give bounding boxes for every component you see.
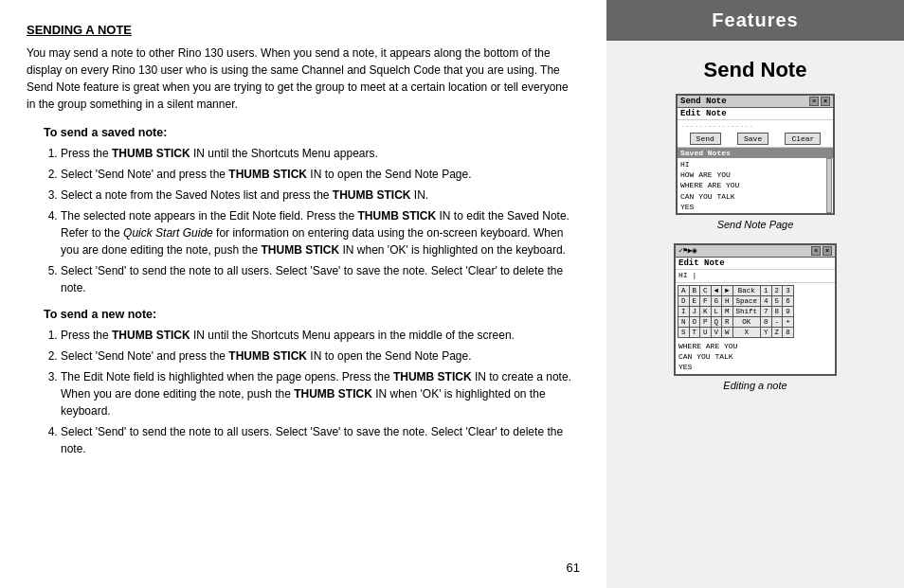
subsection2-list: Press the THUMB STICK IN until the Short… <box>61 327 580 457</box>
key-l[interactable]: L <box>711 306 722 316</box>
features-header: Features <box>606 0 904 41</box>
key-5[interactable]: 5 <box>771 295 783 306</box>
send-note-device: Send Note ≡ × Edit Note ----------------… <box>676 94 835 215</box>
list-item: Select 'Send' to send the note to all us… <box>61 423 580 457</box>
key-i[interactable]: I <box>678 306 690 316</box>
key-g[interactable]: G <box>711 295 722 306</box>
key-2[interactable]: 2 <box>771 285 783 295</box>
edit-note-label: Edit Note <box>678 108 833 120</box>
editing-note-device: ✓⚑▶◉ ≡ × Edit Note HI | A B C ◄ ► Back 1… <box>674 243 837 376</box>
key-r[interactable]: R <box>722 316 733 327</box>
key-a[interactable]: A <box>678 285 690 295</box>
scrollbar[interactable] <box>826 158 832 213</box>
keyboard-note-item: WHERE ARE YOU <box>678 341 832 351</box>
right-panel: Features Send Note Send Note ≡ × Edit No… <box>606 0 904 588</box>
key-p[interactable]: P <box>700 316 712 327</box>
keyboard-saved-notes: WHERE ARE YOU CAN YOU TALK YES <box>676 340 835 374</box>
edit-note-content: HI | <box>678 271 696 279</box>
key-d[interactable]: D <box>678 295 690 306</box>
key-n[interactable]: N <box>678 316 690 327</box>
page-number: 61 <box>567 561 580 575</box>
key-k[interactable]: K <box>700 306 712 316</box>
list-item: Select 'Send Note' and press the THUMB S… <box>61 166 580 183</box>
intro-text: You may send a note to other Rino 130 us… <box>27 45 580 113</box>
list-item: Press the THUMB STICK IN until the Short… <box>61 327 580 344</box>
saved-notes-label: Saved Notes <box>678 148 833 158</box>
key-ok[interactable]: OK <box>732 316 761 327</box>
key-w[interactable]: W <box>722 327 733 337</box>
note-item: HI <box>680 159 830 169</box>
subsection2-title: To send a new note: <box>44 308 580 321</box>
key-9[interactable]: 9 <box>783 306 794 316</box>
editing-note-titlebar: ✓⚑▶◉ ≡ × <box>676 245 835 258</box>
key-h[interactable]: H <box>722 295 733 306</box>
key-6[interactable]: 6 <box>783 295 794 306</box>
subsection1-list: Press the THUMB STICK IN until the Short… <box>61 145 580 296</box>
key-0[interactable]: 0 <box>761 316 772 327</box>
key-q[interactable]: Q <box>711 316 722 327</box>
key-b[interactable]: B <box>689 285 700 295</box>
keyboard-table: A B C ◄ ► Back 1 2 3 D E F G H Space 4 5… <box>678 285 794 338</box>
key-v[interactable]: V <box>711 327 722 337</box>
key-plus[interactable]: + <box>783 316 794 327</box>
close-icon: × <box>821 97 830 106</box>
key-z[interactable]: Z <box>771 327 783 337</box>
key-e[interactable]: E <box>689 295 700 306</box>
key-u[interactable]: U <box>700 327 712 337</box>
menu-icon2: ≡ <box>811 246 821 256</box>
key-t[interactable]: T <box>689 327 700 337</box>
key-back[interactable]: Back <box>732 285 761 295</box>
send-note-page-caption: Send Note Page <box>717 219 794 230</box>
key-s[interactable]: S <box>678 327 690 337</box>
save-button[interactable]: Save <box>737 133 768 145</box>
divider-text: ---------------- <box>678 120 833 131</box>
key-m[interactable]: M <box>722 306 733 316</box>
key-y[interactable]: Y <box>761 327 772 337</box>
list-item: The Edit Note field is highlighted when … <box>61 368 580 419</box>
menu-icon: ≡ <box>809 97 819 106</box>
device-buttons-row: Send Save Clear <box>678 131 833 148</box>
clear-button[interactable]: Clear <box>785 133 821 145</box>
key-shift[interactable]: Shift <box>732 306 761 316</box>
key-minus[interactable]: - <box>771 316 783 327</box>
list-item: Select a note from the Saved Notes list … <box>61 187 580 204</box>
titlebar-icons2: ≡ × <box>811 246 832 256</box>
key-o[interactable]: O <box>689 316 700 327</box>
editing-note-caption: Editing a note <box>723 380 786 391</box>
key-8[interactable]: 8 <box>771 306 783 316</box>
subsection1-title: To send a saved note: <box>44 126 580 139</box>
send-note-titlebar-label: Send Note <box>680 97 727 106</box>
section-title: SENDING A NOTE <box>27 23 580 37</box>
key-7[interactable]: 7 <box>761 306 772 316</box>
list-item: Select 'Send' to send the note to all us… <box>61 262 580 296</box>
key-c[interactable]: C <box>700 285 712 295</box>
list-item: The selected note appears in the Edit No… <box>61 207 580 258</box>
left-content-wrapper: SENDING A NOTE You may send a note to ot… <box>0 0 606 588</box>
key-left[interactable]: ◄ <box>711 285 722 295</box>
key-3[interactable]: 3 <box>783 285 794 295</box>
send-note-title: Send Note <box>704 58 807 82</box>
note-item: WHERE ARE YOU <box>680 180 830 190</box>
send-note-titlebar: Send Note ≡ × <box>678 96 833 108</box>
send-button[interactable]: Send <box>690 133 721 145</box>
key-j[interactable]: J <box>689 306 700 316</box>
editing-titlebar-icons-left: ✓⚑▶◉ <box>678 246 696 255</box>
key-8b[interactable]: 8 <box>783 327 794 337</box>
titlebar-icons: ≡ × <box>809 97 830 106</box>
edit-note-text: HI | <box>676 270 835 283</box>
edit-note-label2: Edit Note <box>676 258 835 270</box>
key-right[interactable]: ► <box>722 285 733 295</box>
key-x[interactable]: X <box>732 327 761 337</box>
list-item: Select 'Send Note' and press the THUMB S… <box>61 347 580 365</box>
note-item: YES <box>680 202 830 212</box>
key-1[interactable]: 1 <box>761 285 772 295</box>
note-item: HOW ARE YOU <box>680 169 830 180</box>
left-panel: SENDING A NOTE You may send a note to ot… <box>0 0 606 484</box>
note-item: CAN YOU TALK <box>680 191 830 202</box>
key-space[interactable]: Space <box>732 295 761 306</box>
keyboard-note-item: YES <box>678 362 832 372</box>
close-icon2: × <box>823 246 832 256</box>
key-4[interactable]: 4 <box>761 295 772 306</box>
key-f[interactable]: F <box>700 295 712 306</box>
notes-area: HI HOW ARE YOU WHERE ARE YOU CAN YOU TAL… <box>678 158 833 213</box>
